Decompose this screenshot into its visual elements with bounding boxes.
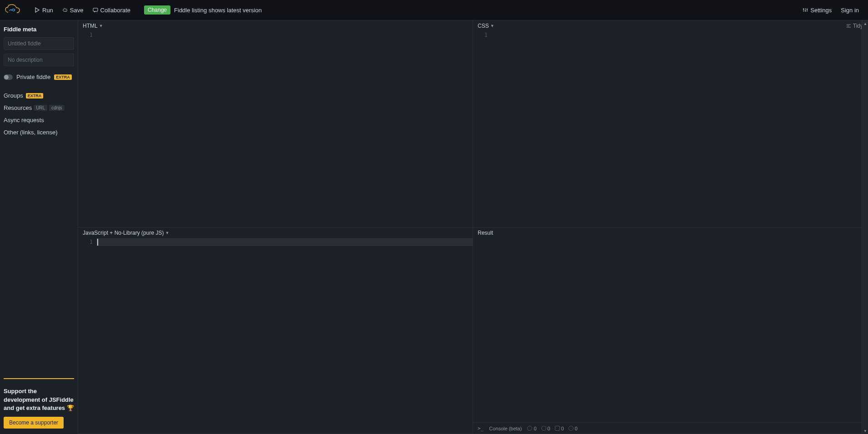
- console-error-counter: 0: [569, 426, 578, 431]
- result-panel-header: Result: [473, 227, 868, 238]
- console-label: Console (beta): [489, 426, 522, 431]
- sidebar-item-async[interactable]: Async requests: [4, 114, 74, 126]
- sidebar-item-groups[interactable]: Groups EXTRA: [4, 89, 74, 102]
- support-text: Support the development of JSFiddle and …: [4, 387, 74, 412]
- groups-extra-badge: EXTRA: [26, 93, 44, 99]
- extra-badge: EXTRA: [54, 74, 72, 80]
- svg-point-2: [803, 9, 804, 10]
- js-panel-header[interactable]: JavaScript + No-Library (pure JS) ▼: [78, 227, 473, 238]
- scrollbar-vertical[interactable]: ▲ ▼: [862, 20, 868, 434]
- support-button[interactable]: Become a supporter: [4, 417, 64, 429]
- active-line-highlight: [96, 238, 473, 246]
- sliders-icon: [803, 7, 808, 13]
- debug-icon: [541, 426, 546, 431]
- cloud-save-icon: [62, 7, 68, 13]
- signin-label: Sign in: [841, 7, 859, 14]
- collaborate-label: Collaborate: [100, 7, 131, 14]
- support-box: Support the development of JSFiddle and …: [4, 378, 74, 429]
- result-frame[interactable]: [473, 238, 868, 434]
- console-warn-counter: 0: [555, 426, 564, 431]
- css-gutter: 1: [473, 31, 491, 227]
- jsfiddle-logo[interactable]: [5, 4, 21, 16]
- other-label: Other (links, license): [4, 129, 57, 136]
- svg-rect-0: [93, 8, 98, 11]
- line-number: 1: [78, 31, 93, 39]
- collaborate-button[interactable]: Collaborate: [88, 0, 135, 20]
- css-panel-header[interactable]: CSS ▼ Tidy: [473, 20, 868, 31]
- settings-button[interactable]: Settings: [798, 0, 836, 20]
- js-label: JavaScript + No-Library (pure JS): [83, 230, 164, 236]
- run-label: Run: [42, 7, 53, 14]
- sidebar-item-resources[interactable]: Resources URL cdnjs: [4, 102, 74, 114]
- info-icon: [527, 426, 532, 431]
- svg-point-4: [805, 10, 806, 11]
- play-icon: [35, 7, 40, 13]
- css-label: CSS: [478, 23, 489, 29]
- error-icon: [569, 426, 574, 431]
- html-editor[interactable]: 1: [78, 31, 473, 227]
- async-label: Async requests: [4, 117, 44, 123]
- html-label: HTML: [83, 23, 98, 29]
- notice-text: Fiddle listing shows latest version: [174, 7, 262, 14]
- result-label: Result: [478, 230, 493, 236]
- scroll-down-icon[interactable]: ▼: [862, 428, 868, 434]
- resources-label: Resources: [4, 104, 32, 111]
- cdnjs-badge: cdnjs: [49, 105, 64, 111]
- save-button[interactable]: Save: [58, 0, 88, 20]
- editor-area: HTML ▼ 1 CSS ▼: [78, 20, 868, 434]
- console-bar[interactable]: >_ Console (beta) 0 0 0: [473, 423, 868, 434]
- change-badge[interactable]: Change: [144, 5, 170, 15]
- js-panel: JavaScript + No-Library (pure JS) ▼ 1: [78, 227, 473, 434]
- html-panel-header[interactable]: HTML ▼: [78, 20, 473, 31]
- scroll-up-icon[interactable]: ▲: [862, 20, 868, 27]
- private-toggle[interactable]: [4, 74, 13, 80]
- tidy-icon: [846, 24, 851, 29]
- run-button[interactable]: Run: [30, 0, 58, 20]
- chevron-down-icon: ▼: [165, 231, 169, 235]
- line-number: 1: [78, 238, 93, 246]
- title-input[interactable]: [4, 37, 74, 50]
- sidebar-item-other[interactable]: Other (links, license): [4, 126, 74, 138]
- html-gutter: 1: [78, 31, 96, 227]
- private-label: Private fiddle: [16, 74, 50, 80]
- css-panel: CSS ▼ Tidy 1: [473, 20, 868, 227]
- css-editor[interactable]: 1: [473, 31, 868, 227]
- js-gutter: 1: [78, 238, 96, 434]
- description-input[interactable]: [4, 54, 74, 66]
- js-editor[interactable]: 1: [78, 238, 473, 434]
- fiddle-meta-title: Fiddle meta: [4, 26, 74, 33]
- sidebar: Fiddle meta Private fiddle EXTRA Groups …: [0, 20, 78, 434]
- chevron-down-icon: ▼: [490, 24, 494, 28]
- terminal-icon: >_: [478, 425, 484, 431]
- line-number: 1: [473, 31, 488, 39]
- svg-point-6: [807, 9, 808, 10]
- url-badge: URL: [34, 105, 47, 111]
- settings-label: Settings: [810, 7, 832, 14]
- save-label: Save: [70, 7, 84, 14]
- console-debug-counter: 0: [541, 426, 550, 431]
- top-header: Run Save Collaborate Change Fiddle listi…: [0, 0, 868, 20]
- text-cursor: [97, 239, 98, 246]
- warn-icon: [555, 426, 560, 431]
- html-panel: HTML ▼ 1: [78, 20, 473, 227]
- chevron-down-icon: ▼: [99, 24, 103, 28]
- chat-icon: [93, 7, 98, 13]
- result-panel: Result >_ Console (beta) 0 0: [473, 227, 868, 434]
- console-info-counter: 0: [527, 426, 536, 431]
- groups-label: Groups: [4, 92, 23, 99]
- signin-button[interactable]: Sign in: [836, 0, 863, 20]
